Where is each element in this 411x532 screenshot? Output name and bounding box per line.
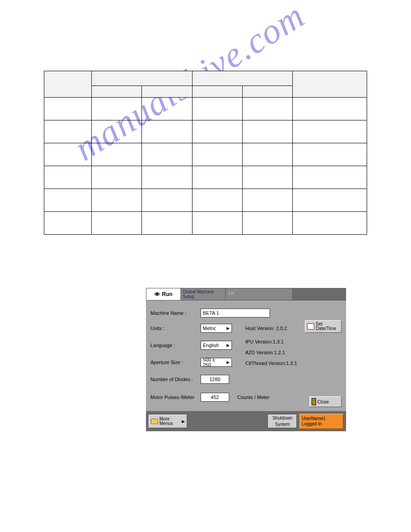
language-value: English — [203, 343, 219, 348]
table-row — [44, 98, 367, 120]
tab-dk-label: DK — [228, 291, 235, 296]
login-status-badge: UserName1 Logged In — [300, 414, 343, 429]
dialog-footer: More Menus ▶ Shutdown System UserName1 L… — [146, 411, 346, 431]
status-l2: Logged In — [302, 421, 341, 427]
language-label: Language : — [150, 343, 201, 348]
tab-global-machine-setup[interactable]: Global Machine Setup — [181, 288, 226, 300]
diodes-label: Number of Diodes : — [150, 377, 201, 382]
tab-run-label: Run — [162, 291, 172, 297]
aperture-value: 500 x 250 — [203, 357, 224, 368]
counts-meter-label: Counts / Meter — [237, 395, 270, 400]
motor-value: 452 — [211, 395, 219, 400]
eye-icon: 👁 — [154, 291, 160, 298]
set-datetime-button[interactable]: Set Date/Time — [305, 320, 342, 333]
shutdown-l1: Shutdown — [273, 416, 292, 420]
motor-label: Motor Pulses /Meter — [150, 395, 201, 400]
tab-bar: 👁 Run Global Machine Setup DK — [146, 288, 346, 301]
ipu-version: IPU Version:1.3.1 — [245, 339, 284, 344]
diodes-input[interactable]: 1280 — [201, 375, 229, 384]
chevron-right-icon: ▶ — [182, 419, 185, 424]
tab-empty-area — [293, 288, 346, 300]
chevron-right-icon: ▶ — [227, 326, 230, 330]
tab-dk[interactable]: DK — [226, 288, 293, 300]
host-version: Host Version: 2.0.2 — [245, 326, 287, 331]
aperture-select[interactable]: 500 x 250 ▶ — [201, 358, 232, 367]
folder-icon — [151, 419, 158, 424]
a2d-version: A2D Version:1.2.1 — [245, 350, 285, 355]
tab-mid-line1: Global Machine — [183, 289, 224, 294]
chevron-right-icon: ▶ — [227, 343, 230, 348]
table-row — [44, 189, 367, 212]
table-row — [44, 143, 367, 166]
shutdown-l2: System — [275, 422, 290, 427]
more-menus-button[interactable]: More Menus ▶ — [149, 415, 187, 428]
table-row — [44, 166, 367, 189]
tab-run[interactable]: 👁 Run — [146, 288, 181, 300]
close-button[interactable]: Close — [309, 396, 342, 407]
diodes-value: 1280 — [210, 377, 220, 382]
machine-name-value: BETA 1 — [203, 310, 219, 316]
status-l1: UserName1 — [302, 416, 341, 421]
shutdown-button[interactable]: Shutdown System — [268, 415, 297, 428]
language-select[interactable]: English ▶ — [201, 341, 232, 350]
motor-input[interactable]: 452 — [201, 393, 229, 402]
machine-name-label: Machine Name : — [150, 310, 201, 316]
units-select[interactable]: Metric ▶ — [201, 324, 232, 333]
units-label: Units : — [150, 326, 201, 331]
set-datetime-l2: Date/Time — [316, 326, 336, 331]
more-l2: Menus — [159, 421, 173, 426]
chevron-right-icon: ▶ — [227, 360, 230, 365]
global-machine-setup-dialog: 👁 Run Global Machine Setup DK Machine Na… — [146, 288, 346, 431]
table-row — [44, 212, 367, 235]
table-row — [44, 120, 367, 143]
aperture-label: Aperture Size : — [150, 360, 201, 365]
data-table — [44, 71, 367, 235]
calendar-icon — [307, 323, 314, 330]
machine-name-input[interactable]: BETA 1 — [201, 309, 270, 317]
table-header-row-1 — [44, 71, 367, 86]
close-label: Close — [317, 399, 329, 404]
units-value: Metric — [203, 326, 216, 331]
dialog-body: Machine Name : BETA 1 Units : Metric ▶ L… — [148, 302, 344, 410]
tab-mid-line2: Setup — [183, 294, 224, 299]
ctlthread-version: CtlThread Version:1.3.1 — [245, 360, 297, 366]
door-icon — [312, 398, 316, 405]
